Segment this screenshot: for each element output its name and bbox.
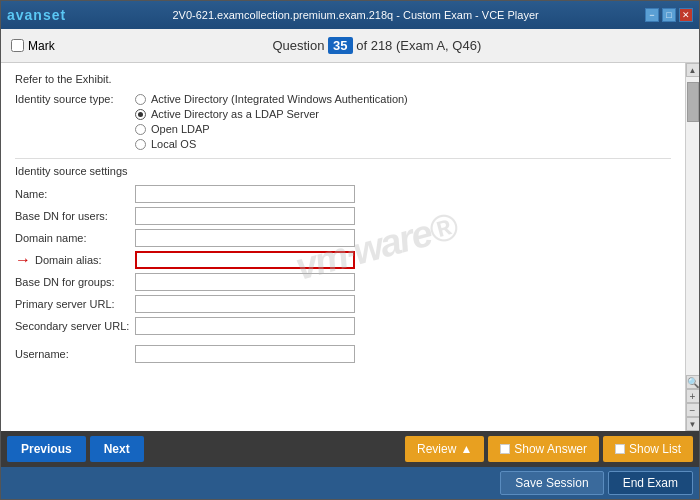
scrollbar-down-arrow[interactable]: ▼ (686, 417, 700, 431)
scrollbar-plus-icon[interactable]: + (686, 389, 700, 403)
field-label-name: Name: (15, 188, 135, 200)
main-window: avanset 2V0-621.examcollection.premium.e… (0, 0, 700, 500)
next-button[interactable]: Next (90, 436, 144, 462)
radio-option-3[interactable]: Local OS (135, 138, 408, 150)
footer: Save Session End Exam (1, 467, 699, 499)
radio-option-0[interactable]: Active Directory (Integrated Windows Aut… (135, 93, 408, 105)
radio-label-2: Open LDAP (151, 123, 210, 135)
field-label-secondary: Secondary server URL: (15, 320, 135, 332)
end-exam-button[interactable]: End Exam (608, 471, 693, 495)
logo-prefix: avan (7, 7, 43, 23)
review-label: Review (417, 442, 456, 456)
field-input-name[interactable] (135, 185, 355, 203)
save-session-button[interactable]: Save Session (500, 471, 603, 495)
show-list-button[interactable]: Show List (603, 436, 693, 462)
scrollbar: ▲ 🔍 + − ▼ (685, 63, 699, 431)
radio-label-0: Active Directory (Integrated Windows Aut… (151, 93, 408, 105)
form-row-name: Name: (15, 185, 671, 203)
scrollbar-up-arrow[interactable]: ▲ (686, 63, 700, 77)
radio-circle-2 (135, 124, 146, 135)
radio-circle-0 (135, 94, 146, 105)
divider (15, 158, 671, 159)
field-label-alias: → Domain alias: (15, 251, 135, 269)
question-prefix: Question (272, 38, 324, 53)
field-label-primary: Primary server URL: (15, 298, 135, 310)
show-answer-button[interactable]: Show Answer (488, 436, 599, 462)
field-label-basedngroups: Base DN for groups: (15, 276, 135, 288)
form-row-secondary: Secondary server URL: (15, 317, 671, 335)
form-row-domain: Domain name: (15, 229, 671, 247)
toolbar: Mark Question 35 of 218 (Exam A, Q46) (1, 29, 699, 63)
form-row-basedn: Base DN for users: (15, 207, 671, 225)
mark-checkbox[interactable] (11, 39, 24, 52)
field-label-username: Username: (15, 348, 135, 360)
form-row-alias: → Domain alias: (15, 251, 671, 269)
logo-area: avanset (7, 7, 66, 23)
radio-label-1: Active Directory as a LDAP Server (151, 108, 319, 120)
show-answer-label: Show Answer (514, 442, 587, 456)
scrollbar-bottom: 🔍 + − ▼ (686, 375, 700, 431)
radio-circle-1 (135, 109, 146, 120)
exhibit-text: Refer to the Exhibit. (15, 73, 671, 85)
bottom-nav: Previous Next Review ▲ Show Answer Show … (1, 431, 699, 467)
mark-label: Mark (28, 39, 55, 53)
field-label-basedn: Base DN for users: (15, 210, 135, 222)
question-total: of 218 (Exam A, Q46) (356, 38, 481, 53)
field-input-basedngroups[interactable] (135, 273, 355, 291)
field-input-primary[interactable] (135, 295, 355, 313)
scrollbar-search-icon[interactable]: 🔍 (686, 375, 700, 389)
identity-settings-label: Identity source settings (15, 165, 671, 177)
window-title: 2V0-621.examcollection.premium.exam.218q… (66, 9, 645, 21)
identity-source-row: Identity source type: Active Directory (… (15, 93, 671, 150)
main-content: vm·ware® Refer to the Exhibit. Identity … (1, 63, 699, 431)
form-row-primary: Primary server URL: (15, 295, 671, 313)
question-info: Question 35 of 218 (Exam A, Q46) (65, 37, 689, 54)
title-bar: avanset 2V0-621.examcollection.premium.e… (1, 1, 699, 29)
review-button[interactable]: Review ▲ (405, 436, 484, 462)
scrollbar-thumb[interactable] (687, 82, 699, 122)
field-input-domain[interactable] (135, 229, 355, 247)
field-label-domain: Domain name: (15, 232, 135, 244)
scrollbar-track (686, 77, 699, 375)
field-input-basedn[interactable] (135, 207, 355, 225)
radio-circle-3 (135, 139, 146, 150)
field-input-username[interactable] (135, 345, 355, 363)
previous-button[interactable]: Previous (7, 436, 86, 462)
maximize-button[interactable]: □ (662, 8, 676, 22)
form-row-basedngroups: Base DN for groups: (15, 273, 671, 291)
logo-suffix: set (43, 7, 66, 23)
radio-options: Active Directory (Integrated Windows Aut… (135, 93, 408, 150)
list-icon (615, 444, 625, 454)
logo: avanset (7, 7, 66, 23)
mark-checkbox-area[interactable]: Mark (11, 39, 55, 53)
close-button[interactable]: ✕ (679, 8, 693, 22)
radio-label-3: Local OS (151, 138, 196, 150)
review-arrow-icon: ▲ (460, 442, 472, 456)
red-arrow-icon: → (15, 251, 31, 269)
question-number: 35 (328, 37, 352, 54)
content-area: vm·ware® Refer to the Exhibit. Identity … (1, 63, 685, 431)
identity-source-label: Identity source type: (15, 93, 135, 150)
radio-option-1[interactable]: Active Directory as a LDAP Server (135, 108, 408, 120)
scrollbar-minus-icon[interactable]: − (686, 403, 700, 417)
answer-icon (500, 444, 510, 454)
form-row-username: Username: (15, 345, 671, 363)
field-input-secondary[interactable] (135, 317, 355, 335)
minimize-button[interactable]: − (645, 8, 659, 22)
window-controls: − □ ✕ (645, 8, 693, 22)
radio-option-2[interactable]: Open LDAP (135, 123, 408, 135)
field-input-alias[interactable] (135, 251, 355, 269)
show-list-label: Show List (629, 442, 681, 456)
